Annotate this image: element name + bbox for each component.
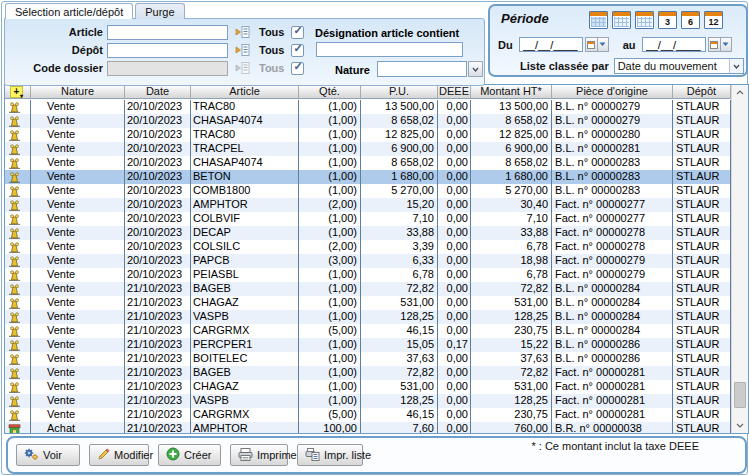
table-row[interactable]: Vente21/10/2023CHAGAZ(1,00)531,000,00531… bbox=[5, 296, 731, 310]
cell-piece: Fact. n° 00000278 bbox=[552, 240, 673, 254]
article-tous-checkbox[interactable]: ✓ bbox=[291, 26, 304, 39]
vertical-scrollbar[interactable] bbox=[731, 85, 748, 433]
table-row[interactable]: Vente20/10/2023AMPHTOR(2,00)15,200,0030,… bbox=[5, 198, 731, 212]
table-row[interactable]: Vente20/10/2023PAPCB(3,00)6,330,0018,98F… bbox=[5, 254, 731, 268]
cell-depot: STLAUR bbox=[673, 184, 731, 198]
table-row[interactable]: Vente21/10/2023BAGEB(1,00)72,820,0072,82… bbox=[5, 282, 731, 296]
depot-input[interactable] bbox=[107, 43, 228, 58]
nature-dropdown-chevron-icon[interactable] bbox=[468, 61, 483, 77]
cell-qte: (1,00) bbox=[299, 310, 361, 324]
date-to-input[interactable] bbox=[642, 37, 706, 52]
dropdown-arrow-icon[interactable] bbox=[721, 37, 732, 52]
table-row[interactable]: Vente21/10/2023BAGEB(1,00)72,820,0072,82… bbox=[5, 366, 731, 380]
table-row[interactable]: Vente20/10/2023COLBVIF(1,00)7,100,007,10… bbox=[5, 212, 731, 226]
scroll-down-button[interactable] bbox=[732, 418, 748, 433]
periode-title: Période bbox=[501, 11, 549, 26]
cell-qte: (1,00) bbox=[299, 100, 361, 114]
table-row[interactable]: Vente20/10/2023TRAC80(1,00)13 500,000,00… bbox=[5, 100, 731, 114]
article-list-picker-icon[interactable] bbox=[235, 26, 252, 39]
tab-selection-article-depot[interactable]: Sélection article/dépôt bbox=[5, 3, 133, 19]
table-row[interactable]: Vente21/10/2023PERCPER1(1,00)15,050,1715… bbox=[5, 338, 731, 352]
depot-list-picker-icon[interactable] bbox=[235, 44, 252, 57]
calendar-day-icon[interactable] bbox=[589, 11, 608, 29]
cell-piece: B.L. n° 00000279 bbox=[552, 114, 673, 128]
table-row[interactable]: Vente20/10/2023PEIASBL(1,00)6,780,006,78… bbox=[5, 268, 731, 282]
table-row[interactable]: Vente21/10/2023CARGRMX(5,00)46,150,00230… bbox=[5, 408, 731, 422]
cell-piece: Fact. n° 00000281 bbox=[552, 394, 673, 408]
scrollbar-thumb[interactable] bbox=[734, 382, 746, 408]
column-header-date[interactable]: Date bbox=[125, 85, 191, 98]
cell-pu: 12 825,00 bbox=[361, 128, 438, 142]
date-from-input[interactable] bbox=[519, 37, 583, 52]
table-row[interactable]: Vente20/10/2023COLSILC(2,00)3,390,006,78… bbox=[5, 240, 731, 254]
column-header-pu[interactable]: P.U. bbox=[361, 85, 438, 98]
cell-article: DECAP bbox=[191, 226, 299, 240]
cell-depot: STLAUR bbox=[673, 380, 731, 394]
table-row[interactable]: Vente20/10/2023TRAC80(1,00)12 825,000,00… bbox=[5, 128, 731, 142]
cell-montant: 6,78 bbox=[471, 268, 552, 282]
calendar-picker-icon[interactable] bbox=[585, 37, 598, 52]
table-row[interactable]: Vente21/10/2023BOITELEC(1,00)37,630,0037… bbox=[5, 352, 731, 366]
date-to-picker[interactable] bbox=[708, 37, 732, 52]
dropdown-arrow-icon[interactable] bbox=[598, 37, 609, 52]
sale-movement-icon bbox=[5, 324, 31, 338]
column-header-depot[interactable]: Dépôt bbox=[673, 85, 731, 98]
column-header-piece[interactable]: Pièce d'origine bbox=[552, 85, 673, 98]
cell-nature: Vente bbox=[31, 394, 125, 408]
table-row[interactable]: Vente20/10/2023DECAP(1,00)33,880,0033,88… bbox=[5, 226, 731, 240]
table-header: +▾ NatureDateArticleQté.P.U.DEEEMontant … bbox=[5, 85, 748, 99]
column-header-nature[interactable]: Nature bbox=[31, 85, 125, 98]
period-3-months-button[interactable]: 3 bbox=[658, 11, 677, 29]
period-12-months-button[interactable]: 12 bbox=[704, 11, 723, 29]
cell-montant: 18,98 bbox=[471, 254, 552, 268]
table-row[interactable]: Vente21/10/2023VASPB(1,00)128,250,00128,… bbox=[5, 310, 731, 324]
date-from-picker[interactable] bbox=[585, 37, 609, 52]
cell-deee: 0,00 bbox=[438, 408, 471, 422]
column-header-deee[interactable]: DEEE bbox=[438, 85, 471, 98]
nature-input[interactable] bbox=[377, 61, 467, 77]
tabstrip: Sélection article/dépôt Purge bbox=[5, 3, 185, 19]
depot-tous-checkbox[interactable]: ✓ bbox=[291, 44, 304, 57]
column-header-montant[interactable]: Montant HT* bbox=[471, 85, 552, 98]
code-dossier-tous-checkbox[interactable]: ✓ bbox=[291, 62, 304, 75]
sort-order-select[interactable]: Date du mouvement bbox=[614, 58, 744, 74]
table-row[interactable]: Vente20/10/2023BETON(1,00)1 680,000,001 … bbox=[5, 170, 731, 184]
table-row[interactable]: Achat21/10/2023AMPHTOR100,007,600,00760,… bbox=[5, 422, 731, 434]
cell-article: CHASAP4074 bbox=[191, 156, 299, 170]
cell-pu: 6,33 bbox=[361, 254, 438, 268]
view-button[interactable]: Voir bbox=[16, 444, 80, 466]
table-row[interactable]: Vente20/10/2023COMB1800(1,00)5 270,000,0… bbox=[5, 184, 731, 198]
designation-input[interactable] bbox=[316, 42, 463, 57]
create-button[interactable]: Créer bbox=[158, 444, 221, 466]
table-row[interactable]: Vente20/10/2023TRACPEL(1,00)6 900,000,00… bbox=[5, 142, 731, 156]
table-row[interactable]: Vente20/10/2023CHASAP4074(1,00)8 658,020… bbox=[5, 114, 731, 128]
calendar-month-icon[interactable] bbox=[612, 11, 631, 29]
print-button[interactable]: Imprimer bbox=[230, 444, 288, 466]
column-header-article[interactable]: Article bbox=[191, 85, 299, 98]
calendar-picker-icon[interactable] bbox=[708, 37, 721, 52]
cell-date: 20/10/2023 bbox=[125, 142, 191, 156]
cell-date: 21/10/2023 bbox=[125, 282, 191, 296]
cell-depot: STLAUR bbox=[673, 156, 731, 170]
column-header-qte[interactable]: Qté. bbox=[299, 85, 361, 98]
cell-date: 20/10/2023 bbox=[125, 100, 191, 114]
table-row[interactable]: Vente21/10/2023CHAGAZ(1,00)531,000,00531… bbox=[5, 380, 731, 394]
edit-button[interactable]: Modifier bbox=[89, 444, 149, 466]
scroll-up-button[interactable] bbox=[732, 85, 748, 100]
cell-date: 21/10/2023 bbox=[125, 310, 191, 324]
tab-purge[interactable]: Purge bbox=[135, 3, 184, 19]
cell-date: 21/10/2023 bbox=[125, 422, 191, 434]
cell-pu: 46,15 bbox=[361, 324, 438, 338]
cell-pu: 46,15 bbox=[361, 408, 438, 422]
article-input[interactable] bbox=[107, 25, 228, 40]
table-row[interactable]: Vente21/10/2023VASPB(1,00)128,250,00128,… bbox=[5, 394, 731, 408]
print-list-button[interactable]: Impr. liste bbox=[297, 444, 363, 466]
table-row[interactable]: Vente20/10/2023CHASAP4074(1,00)8 658,020… bbox=[5, 156, 731, 170]
column-customize-icon[interactable]: +▾ bbox=[10, 86, 23, 98]
calendar-year-icon[interactable] bbox=[635, 11, 654, 29]
cell-qte: (1,00) bbox=[299, 366, 361, 380]
cell-qte: (1,00) bbox=[299, 226, 361, 240]
table-row[interactable]: Vente21/10/2023CARGRMX(5,00)46,150,00230… bbox=[5, 324, 731, 338]
cell-pu: 8 658,02 bbox=[361, 156, 438, 170]
period-6-months-button[interactable]: 6 bbox=[681, 11, 700, 29]
